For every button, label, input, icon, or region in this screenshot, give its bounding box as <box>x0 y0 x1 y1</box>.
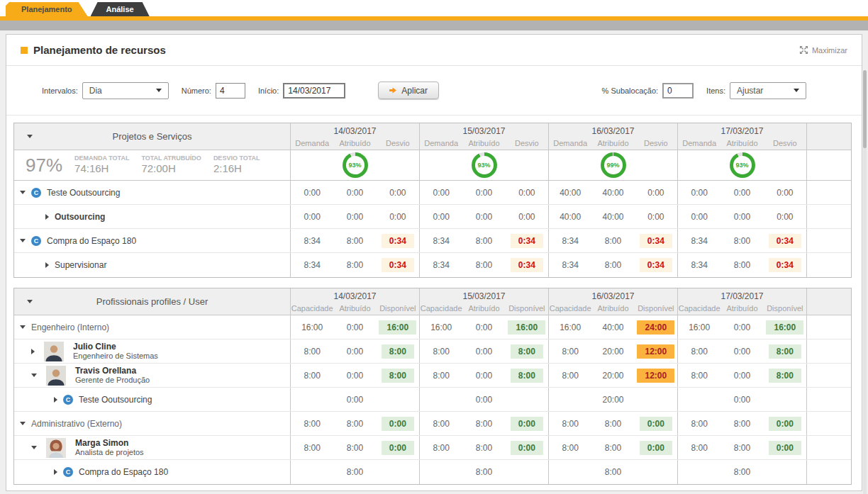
scrollbar-thumb[interactable] <box>863 70 867 148</box>
expander-down-icon[interactable] <box>20 422 26 425</box>
user-name: Julio Cline <box>73 342 158 352</box>
grid-cell: 8:34 <box>291 236 333 246</box>
cell-value: 8:00 <box>304 347 320 357</box>
row-label: Compra do Espaço 180 <box>47 236 136 246</box>
allocation-gauge: 99% <box>601 152 626 178</box>
table-title: Profissionais profiles / User <box>96 296 208 307</box>
grid-cell: 0:00 <box>291 212 333 222</box>
grid-cell: 8:00 <box>764 369 806 383</box>
cell-value: 8:34 <box>304 236 320 246</box>
grid-cell: 8:00 <box>549 443 591 453</box>
number-input[interactable] <box>216 83 245 99</box>
expander-down-icon[interactable] <box>27 135 33 138</box>
expander-down-icon[interactable] <box>20 191 26 194</box>
cell-value: 8:00 <box>511 369 543 383</box>
page-background: Planejamento de recursos Maximizar Inter… <box>0 30 868 491</box>
cell-value: 0:00 <box>777 212 793 222</box>
items-label: Itens: <box>706 86 725 95</box>
grid-cell: 16:00 <box>506 320 548 335</box>
grid-cell: 12:00 <box>635 369 677 383</box>
date-group-cells: 8:008:000:00 <box>291 412 420 435</box>
expander-right-icon[interactable] <box>54 397 57 403</box>
date-group-cells: 20:00 <box>549 388 678 411</box>
date-group-cells: 40:0040:000:00 <box>549 205 678 228</box>
subcol-label: Desvio <box>635 139 677 147</box>
expander-right-icon[interactable] <box>31 349 35 354</box>
date-group-cells: 16:000:0016:00 <box>420 315 549 339</box>
cell-value: 0:00 <box>347 212 363 222</box>
grid-cell: 0:00 <box>506 417 548 431</box>
grid-cell: 0:00 <box>720 188 763 198</box>
expander-right-icon[interactable] <box>45 262 49 268</box>
grid-cell: 8:00 <box>291 347 333 357</box>
tab-analise[interactable]: Análise <box>91 2 150 16</box>
grid-cell: 0:00 <box>333 212 376 222</box>
expander-down-icon[interactable] <box>27 300 33 303</box>
grid-cell: 40:00 <box>591 188 634 198</box>
filter-bar: Intervalos: Dia Número: Início: Aplicar <box>6 66 862 116</box>
cell-value: 8:00 <box>734 236 750 246</box>
date-label: 16/03/2017 <box>549 288 677 301</box>
intervals-value: Dia <box>89 86 102 96</box>
cell-value: 8:00 <box>605 419 621 429</box>
cell-value: 8:00 <box>347 443 363 453</box>
grid-cell: 0:00 <box>635 417 677 431</box>
expander-right-icon[interactable] <box>54 469 57 475</box>
grid-cell: 8:00 <box>678 419 720 429</box>
cell-value: 8:00 <box>511 344 543 359</box>
suballocation-input[interactable] <box>662 83 694 99</box>
subcol-labels: DemandaAtribuídoDesvio <box>549 136 677 150</box>
spacer-column <box>807 229 851 252</box>
grid-cell: 8:00 <box>333 467 376 477</box>
date-group-cells: 0:00 <box>420 388 549 411</box>
expander-down-icon[interactable] <box>31 374 37 377</box>
cell-value: 0:34 <box>511 234 543 248</box>
cell-value: 8:00 <box>433 443 449 453</box>
date-group-cells: 16:0040:0024:00 <box>549 315 678 339</box>
expander-down-icon[interactable] <box>20 325 26 329</box>
subcol-labels: CapacidadeAtribuídoDisponível <box>291 301 419 315</box>
cell-value: 0:00 <box>382 417 414 431</box>
date-group-cells: 8:000:008:00 <box>291 364 420 387</box>
start-label: Início: <box>258 86 279 95</box>
allocation-gauge: 93% <box>343 152 368 178</box>
grid-cell: 40:00 <box>591 212 634 222</box>
date-group-cells: 0:000:000:00 <box>291 181 420 204</box>
table-row: Travis OrellanaGerente de Produção8:000:… <box>14 364 851 388</box>
grid-cell: 16:00 <box>549 322 591 332</box>
date-group-cells: 0:000:000:00 <box>678 205 807 228</box>
cell-value: 16:00 <box>560 322 581 332</box>
gauge-value: 93% <box>735 162 748 169</box>
intervals-label: Intervalos: <box>42 86 78 95</box>
grid-cell: 8:00 <box>720 260 763 270</box>
items-select[interactable]: Ajustar <box>730 82 806 99</box>
table-row: CTeste Ooutsourcing0:000:0020:000:00 <box>14 388 851 412</box>
grid-cell: 8:00 <box>720 419 763 429</box>
start-date-input[interactable] <box>283 83 345 99</box>
cell-value: 0:00 <box>769 441 801 455</box>
metric-label: DESVIO TOTAL <box>213 155 260 162</box>
apply-button[interactable]: Aplicar <box>378 82 439 99</box>
date-group-cells: 8:00 <box>549 460 678 484</box>
expander-down-icon[interactable] <box>31 446 37 449</box>
expander-right-icon[interactable] <box>45 214 49 220</box>
scrollbar-track <box>863 70 867 494</box>
date-group-cells: 8:348:000:34 <box>420 253 549 277</box>
grid-cell: 8:00 <box>420 419 462 429</box>
grid-cell: 8:00 <box>333 260 376 270</box>
maximize-button[interactable]: Maximizar <box>799 45 847 55</box>
subcol-labels: CapacidadeAtribuídoDisponível <box>549 301 677 315</box>
subcol-label: Atribuído <box>720 304 763 313</box>
cell-value: 8:34 <box>691 236 707 246</box>
grid-cell: 8:34 <box>420 260 462 270</box>
expander-down-icon[interactable] <box>20 239 26 242</box>
date-group-cells: 16:000:0016:00 <box>291 315 420 339</box>
cell-value: 0:00 <box>476 347 492 357</box>
row-label: Teste Ooutsourcing <box>47 188 120 198</box>
date-group-cells: 8:000:008:00 <box>420 339 549 363</box>
tab-planejamento[interactable]: Planejamento <box>6 2 88 16</box>
grid-cell: 0:00 <box>377 441 419 455</box>
grid-cell: 0:34 <box>635 234 677 248</box>
grid-cell: 0:00 <box>678 188 720 198</box>
intervals-select[interactable]: Dia <box>82 82 169 99</box>
